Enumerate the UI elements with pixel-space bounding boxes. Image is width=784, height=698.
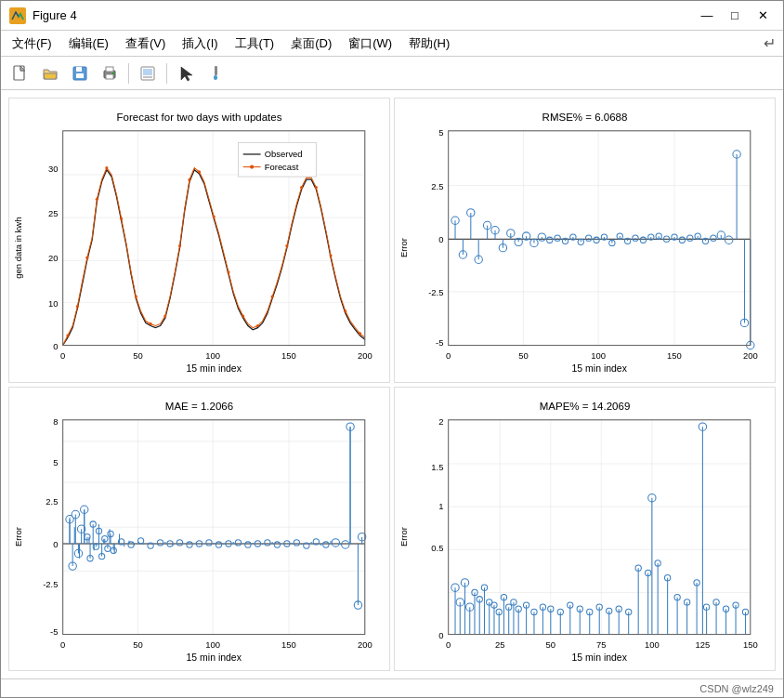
close-button[interactable]: ✕ (750, 5, 776, 27)
svg-text:Error: Error (399, 238, 409, 257)
svg-text:RMSE% = 6.0688: RMSE% = 6.0688 (542, 112, 628, 123)
svg-text:0: 0 (438, 629, 443, 639)
statusbar-text: CSDN @wlz249 (699, 683, 774, 694)
menu-window[interactable]: 窗口(W) (341, 33, 399, 55)
menu-tools[interactable]: 工具(T) (228, 33, 282, 55)
svg-point-44 (163, 314, 166, 317)
svg-text:50: 50 (133, 639, 142, 650)
menubar: 文件(F) 编辑(E) 查看(V) 插入(I) 工具(T) 桌面(D) 窗口(W… (1, 31, 783, 57)
svg-text:150: 150 (281, 350, 296, 361)
menu-file[interactable]: 文件(F) (5, 33, 59, 55)
menu-insert[interactable]: 插入(I) (175, 33, 225, 55)
svg-text:gen data in kwh: gen data in kwh (13, 217, 23, 279)
svg-rect-7 (106, 74, 113, 79)
svg-rect-10 (143, 69, 152, 75)
plot-bottom-right: MAPE% = 14.2069 2 1.5 1 (394, 387, 776, 672)
svg-rect-6 (106, 67, 113, 72)
print-button[interactable] (96, 60, 124, 86)
svg-text:Error: Error (399, 527, 409, 547)
svg-text:0: 0 (446, 639, 451, 650)
menu-edit[interactable]: 编辑(E) (61, 33, 116, 55)
svg-point-41 (120, 217, 123, 220)
svg-text:100: 100 (205, 350, 220, 361)
svg-text:150: 150 (667, 350, 682, 361)
svg-rect-12 (214, 75, 217, 80)
svg-point-43 (149, 323, 151, 325)
svg-text:0: 0 (60, 350, 65, 361)
svg-text:5: 5 (438, 127, 443, 138)
svg-text:1: 1 (438, 501, 443, 511)
svg-rect-3 (76, 67, 82, 72)
toolbar-sep-1 (128, 63, 129, 84)
svg-text:Forecast: Forecast (265, 162, 299, 172)
svg-text:2.5: 2.5 (46, 496, 58, 507)
svg-text:15 min index: 15 min index (572, 652, 628, 662)
svg-text:200: 200 (743, 350, 758, 361)
svg-point-51 (256, 324, 259, 327)
svg-rect-15 (63, 131, 365, 346)
menu-desktop[interactable]: 桌面(D) (283, 33, 339, 55)
svg-text:0: 0 (53, 341, 58, 351)
svg-point-63 (250, 165, 254, 168)
svg-point-37 (76, 305, 79, 308)
svg-text:25: 25 (495, 639, 504, 650)
svg-rect-4 (76, 73, 84, 78)
svg-point-46 (188, 178, 190, 181)
svg-text:MAPE% = 14.2069: MAPE% = 14.2069 (540, 401, 631, 412)
svg-text:8: 8 (53, 416, 58, 427)
titlebar: Figure 4 — □ ✕ (1, 1, 783, 31)
svg-text:15 min index: 15 min index (187, 652, 242, 662)
app-icon (8, 7, 27, 25)
new-button[interactable] (7, 60, 34, 86)
menu-view[interactable]: 查看(V) (118, 33, 173, 55)
svg-point-57 (344, 309, 346, 312)
svg-text:150: 150 (281, 639, 296, 650)
svg-text:0.5: 0.5 (431, 543, 443, 553)
svg-point-45 (178, 244, 181, 247)
window-title: Figure 4 (33, 8, 694, 22)
export-button[interactable] (134, 60, 162, 86)
svg-text:15 min index: 15 min index (572, 363, 628, 374)
toolbar-sep-2 (166, 63, 167, 84)
svg-text:1.5: 1.5 (431, 462, 443, 472)
svg-text:30: 30 (48, 164, 58, 174)
svg-point-54 (300, 186, 303, 189)
svg-text:0: 0 (438, 234, 443, 244)
svg-text:2.5: 2.5 (431, 181, 443, 191)
arrow-button[interactable] (172, 60, 200, 86)
brush-button[interactable] (202, 60, 229, 86)
svg-text:Forecast for two days with upd: Forecast for two days with updates (117, 112, 282, 123)
svg-point-40 (105, 166, 108, 169)
svg-point-58 (359, 332, 361, 335)
svg-text:0: 0 (60, 639, 65, 650)
svg-text:-5: -5 (50, 626, 58, 636)
save-button[interactable] (66, 60, 94, 86)
svg-text:Error: Error (13, 527, 23, 547)
main-window: Figure 4 — □ ✕ 文件(F) 编辑(E) 查看(V) 插入(I) 工… (0, 0, 784, 698)
svg-point-47 (198, 170, 201, 173)
svg-text:-5: -5 (436, 337, 443, 348)
svg-point-48 (213, 216, 216, 218)
svg-text:MAE = 1.2066: MAE = 1.2066 (165, 401, 233, 412)
svg-text:Observed: Observed (265, 149, 303, 159)
svg-text:5: 5 (53, 457, 58, 468)
svg-point-42 (135, 296, 137, 298)
svg-point-56 (330, 254, 333, 257)
maximize-button[interactable]: □ (722, 5, 748, 27)
svg-point-8 (112, 72, 114, 74)
svg-text:100: 100 (591, 350, 606, 361)
svg-text:100: 100 (205, 639, 220, 650)
open-button[interactable] (36, 60, 64, 86)
menu-arrow-icon: ↵ (764, 34, 779, 52)
svg-point-55 (315, 186, 318, 189)
svg-text:-2.5: -2.5 (428, 287, 443, 297)
svg-text:0: 0 (53, 539, 58, 549)
svg-text:100: 100 (645, 639, 660, 650)
toolbar (1, 57, 783, 90)
menu-help[interactable]: 帮助(H) (401, 33, 457, 55)
svg-text:20: 20 (48, 253, 58, 263)
svg-text:200: 200 (358, 350, 372, 361)
minimize-button[interactable]: — (694, 5, 720, 27)
plot-bottom-left: MAE = 1.2066 8 5 2.5 0 -2.5 (8, 387, 390, 672)
svg-point-36 (66, 334, 69, 336)
